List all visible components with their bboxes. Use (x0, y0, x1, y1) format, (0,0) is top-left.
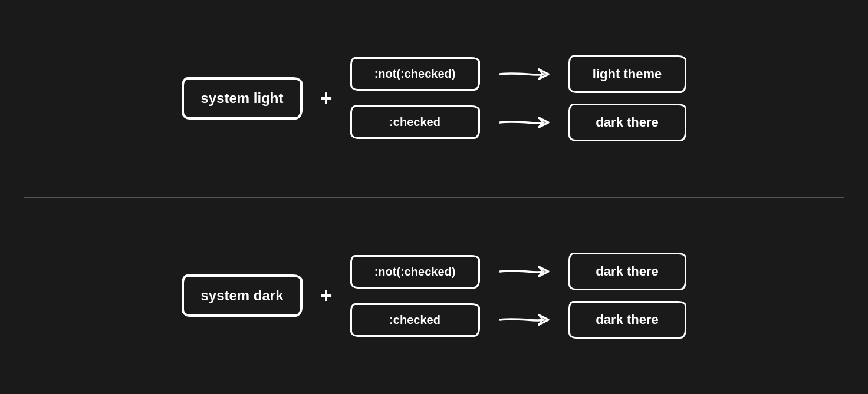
bottom-condition-label-2: :checked (389, 313, 440, 326)
top-condition-box-1: :not(:checked) (350, 57, 480, 91)
bottom-result-label-2: dark there (596, 312, 658, 327)
bottom-result-box-1: dark there (568, 253, 686, 290)
top-condition-label-2: :checked (389, 115, 440, 128)
top-row: system light + :not(:checked) ligh (24, 55, 844, 141)
bottom-row: system dark + :not(:checked) dark (24, 253, 844, 339)
bottom-conditions-column: :not(:checked) dark there :checked (350, 253, 686, 339)
top-condition-box-2: :checked (350, 105, 480, 139)
bottom-condition-box-2: :checked (350, 303, 480, 337)
top-conditions-column: :not(:checked) light theme :checked (350, 55, 686, 141)
system-light-label: system light (200, 90, 283, 106)
top-result-box-1: light theme (568, 55, 686, 93)
system-dark-label: system dark (200, 287, 283, 303)
bottom-condition-box-1: :not(:checked) (350, 255, 480, 289)
top-condition-row-1: :not(:checked) light theme (350, 55, 686, 93)
system-dark-box: system dark (182, 274, 302, 317)
top-arrow-2 (498, 112, 551, 133)
system-light-box: system light (182, 77, 302, 120)
bottom-plus: + (320, 283, 333, 308)
bottom-condition-row-1: :not(:checked) dark there (350, 253, 686, 290)
top-result-label-2: dark there (596, 115, 658, 130)
top-condition-row-2: :checked dark there (350, 104, 686, 141)
top-result-box-2: dark there (568, 104, 686, 141)
top-section: system light + :not(:checked) ligh (0, 0, 868, 197)
bottom-condition-label-1: :not(:checked) (374, 265, 456, 278)
top-condition-label-1: :not(:checked) (374, 67, 456, 80)
bottom-condition-row-2: :checked dark there (350, 301, 686, 339)
bottom-arrow-2 (498, 309, 551, 330)
top-arrow-1 (498, 64, 551, 85)
bottom-result-box-2: dark there (568, 301, 686, 339)
bottom-section: system dark + :not(:checked) dark (0, 198, 868, 395)
bottom-result-label-1: dark there (596, 264, 658, 279)
top-result-label-1: light theme (593, 67, 662, 81)
bottom-arrow-1 (498, 261, 551, 282)
top-plus: + (320, 86, 333, 111)
